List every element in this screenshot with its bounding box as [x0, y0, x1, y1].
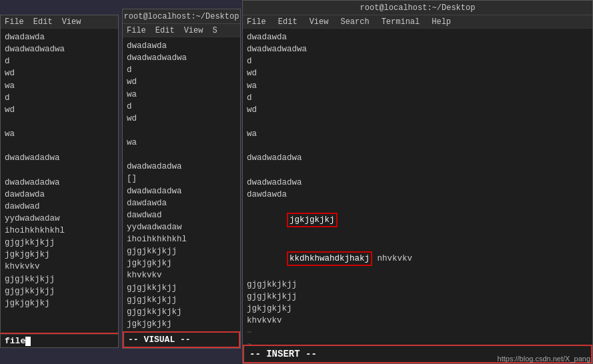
file-input-text: file: [5, 336, 31, 346]
menubar-1: File Edit View: [1, 15, 118, 29]
menu-file-1[interactable]: File: [5, 17, 24, 27]
menubar-2: File Edit View S: [123, 24, 240, 37]
line: wd: [247, 67, 588, 79]
line: jgkjgkjkj: [247, 201, 588, 239]
visual-mode-highlight: -- VISUAL --: [123, 331, 240, 348]
menu-view-3[interactable]: View: [310, 17, 329, 27]
line: dwadawda: [247, 31, 588, 43]
line: wa: [247, 128, 588, 140]
line: dawdwad: [5, 201, 114, 213]
line: wd: [127, 113, 236, 125]
line: [5, 140, 114, 152]
line: dwadwadwadwa: [127, 52, 236, 64]
titlebar-3: root@localhost:~/Desktop: [243, 1, 592, 15]
watermark: https://blog.csdn.net/X_pang: [498, 355, 590, 363]
line: gjgjkkjkjj: [247, 291, 588, 303]
line: wd: [5, 104, 114, 116]
terminal-window-2[interactable]: root@localhost:~/Desktop File Edit View …: [122, 9, 241, 349]
line: gjgjkkjkjj: [127, 282, 236, 294]
line: jgkjgkjkj: [5, 249, 114, 261]
line: dwadwadadwa: [247, 152, 588, 164]
line: dwadwadadwa: [247, 177, 588, 189]
line: wa: [5, 128, 114, 140]
tilde-line: ~: [247, 327, 588, 339]
line: [5, 164, 114, 176]
titlebar-2: root@localhost:~/Desktop: [123, 9, 240, 24]
line: d: [247, 92, 588, 104]
menu-file-3[interactable]: File: [247, 17, 266, 27]
menu-edit-3[interactable]: Edit: [278, 17, 298, 27]
line: dwadwadadwa: [127, 185, 236, 197]
tilde-line: ~: [247, 339, 588, 345]
line: ihoihkhkhkhl: [127, 233, 236, 245]
menu-edit-2[interactable]: Edit: [155, 26, 175, 35]
menubar-3: File Edit View Search Terminal Help: [243, 15, 592, 29]
menu-s-2[interactable]: S: [212, 26, 217, 35]
line: dawdwad: [127, 209, 236, 221]
highlighted-text: jgkjgkjkj: [287, 213, 338, 227]
cursor: [25, 337, 31, 346]
line: d: [127, 64, 236, 76]
line: gjgjkkjkjj: [5, 237, 114, 249]
line: wa: [127, 137, 236, 149]
menu-view-2[interactable]: View: [184, 26, 203, 35]
editor-content-1: dwadawda dwadwadwadwa d wd wa d wd wa dw…: [1, 29, 118, 347]
highlighted-text-2: kkdhkhwahdkjhakj: [287, 251, 372, 266]
menu-edit-1[interactable]: Edit: [33, 17, 53, 27]
line: d: [5, 92, 114, 104]
title-text-3: root@localhost:~/Desktop: [360, 3, 476, 13]
line: dwadwadwadwa: [5, 43, 114, 55]
title-text-2: root@localhost:~/Desktop: [124, 12, 239, 21]
line: gjgjkkjkjj: [5, 285, 114, 297]
line: [127, 149, 236, 161]
line: []: [127, 173, 236, 185]
line: khvkvkv: [5, 261, 114, 273]
line: khvkvkv: [247, 315, 588, 327]
command-line-1[interactable]: file: [1, 334, 118, 347]
line: wd: [127, 76, 236, 88]
menu-view-1[interactable]: View: [62, 17, 81, 27]
desktop: File Edit View dwadawda dwadwadwadwa d w…: [0, 0, 593, 364]
line: wd: [5, 67, 114, 79]
line: kkdhkhwahdkjhakj nhvkvkv: [247, 239, 588, 278]
line: wa: [247, 80, 588, 92]
line: dwadwadadwa: [5, 177, 114, 189]
line: dawdawda: [5, 189, 114, 201]
menu-help-3[interactable]: Help: [432, 17, 451, 27]
line: [247, 116, 588, 128]
line: wd: [247, 104, 588, 116]
line: jgkjgkjkj: [127, 318, 236, 330]
editor-content-2: dwadawda dwadwadwadwa d wd wa d wd wa dw…: [123, 37, 240, 331]
editor-content-3: dwadawda dwadwadwadwa d wd wa d wd wa dw…: [243, 29, 592, 345]
line: d: [247, 55, 588, 67]
line: d: [127, 101, 236, 113]
line: gjgjkkjkjj: [5, 273, 114, 285]
line: gjgjkkjkjj: [247, 279, 588, 291]
line: ihoihkhkhkhl: [5, 225, 114, 237]
line: [247, 164, 588, 176]
line: [5, 116, 114, 128]
visual-mode-text: -- VISUAL --: [128, 335, 191, 345]
line: [127, 125, 236, 137]
line: khvkvkv: [127, 269, 236, 281]
line: gjgjkkjkjj: [127, 294, 236, 306]
line-suffix: nhvkvkv: [372, 254, 412, 263]
menu-terminal-3[interactable]: Terminal: [382, 17, 420, 27]
menu-search-3[interactable]: Search: [340, 17, 369, 27]
line: jgkjgkjkj: [5, 297, 114, 309]
line: yydwadwadaw: [127, 221, 236, 233]
line: [247, 140, 588, 152]
line: dwadawda: [127, 40, 236, 52]
line: dwadwadadwa: [127, 161, 236, 173]
terminal-window-1[interactable]: File Edit View dwadawda dwadwadwadwa d w…: [0, 15, 119, 348]
menu-file-2[interactable]: File: [127, 26, 146, 35]
visual-mode-bar: -- VISUAL --: [124, 333, 239, 347]
line: jgkjgkjkj: [247, 303, 588, 315]
terminal-window-3[interactable]: root@localhost:~/Desktop File Edit View …: [242, 0, 593, 364]
line: wa: [127, 89, 236, 101]
line: d: [5, 55, 114, 67]
line: dwadwadadwa: [5, 152, 114, 164]
line: dwadwadwadwa: [247, 43, 588, 55]
line: jgkjgkjkj: [127, 257, 236, 269]
line: gjgjkkjkjkj: [127, 306, 236, 318]
